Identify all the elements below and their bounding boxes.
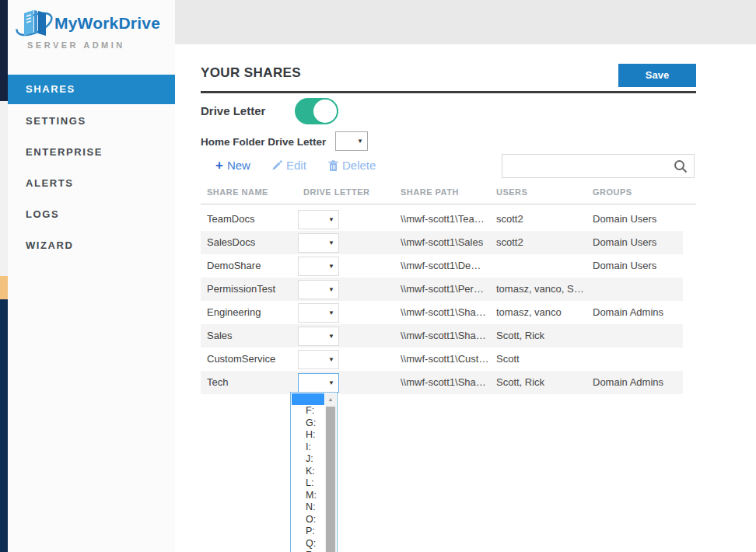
share-path: \\mwf-scott1\Per…	[401, 283, 484, 295]
drive-letter-dropdown-list: F: G: H: I: J: K: L: M: N: O: P: Q: R: ▲	[290, 392, 338, 552]
table-row[interactable]: DemoShare ▼ \\mwf-scott1\De… Domain User…	[201, 254, 683, 278]
dropdown-option[interactable]: H:	[292, 429, 324, 442]
drive-letter-select[interactable]: ▼	[298, 303, 339, 323]
share-name: PermissionTest	[207, 283, 275, 295]
share-name: Sales	[207, 330, 233, 341]
save-button[interactable]: Save	[618, 64, 696, 87]
share-path: \\mwf-scott1\Sha…	[401, 376, 486, 388]
sidebar-item-wizard[interactable]: WIZARD	[8, 230, 175, 261]
sidebar-item-enterprise[interactable]: ENTERPRISE	[8, 137, 175, 168]
dropdown-option[interactable]: K:	[292, 466, 324, 478]
dropdown-option[interactable]: F:	[292, 405, 324, 417]
dropdown-option[interactable]: P:	[292, 526, 324, 538]
new-button[interactable]: + New	[215, 159, 250, 172]
share-name: SalesDocs	[207, 236, 255, 248]
drive-letter-label: Drive Letter	[201, 104, 265, 117]
background-strip-navy-top	[0, 0, 8, 101]
sidebar-item-shares[interactable]: SHARES	[8, 75, 175, 104]
delete-button-label: Delete	[342, 159, 376, 172]
sidebar: MyWorkDrive SERVER ADMIN SHARES SETTINGS…	[8, 0, 175, 552]
dropdown-option[interactable]: J:	[292, 453, 324, 466]
drive-letter-select[interactable]: ▼	[298, 280, 339, 299]
search-input[interactable]	[507, 155, 667, 176]
share-name: Tech	[207, 376, 228, 388]
drive-letter-select[interactable]: ▼	[298, 257, 339, 276]
share-path: \\mwf-scott1\Sha…	[401, 330, 486, 341]
scroll-up-arrow-icon[interactable]: ▲	[325, 393, 336, 406]
chevron-down-icon: ▼	[328, 239, 334, 246]
edit-button[interactable]: Edit	[271, 159, 306, 172]
table-row[interactable]: CustomService ▼ \\mwf-scott1\Cust… Scott	[201, 348, 683, 371]
share-groups: Domain Admins	[593, 306, 663, 318]
drive-letter-select[interactable]: ▼	[298, 210, 339, 229]
column-header-drive-letter[interactable]: DRIVE LETTER	[303, 187, 369, 197]
table-row[interactable]: Sales ▼ \\mwf-scott1\Sha… Scott, Rick	[201, 324, 683, 348]
column-header-share-name[interactable]: SHARE NAME	[207, 187, 268, 197]
share-path: \\mwf-scott1\Cust…	[401, 353, 488, 365]
title-divider	[201, 91, 696, 93]
home-folder-drive-letter-select[interactable]: ▼	[335, 131, 368, 151]
dropdown-option[interactable]: O:	[292, 514, 324, 526]
share-groups: Domain Users	[593, 260, 656, 271]
main-content: YOUR SHARES Save Drive Letter Home Folde…	[175, 44, 756, 552]
share-users: Scott	[496, 353, 520, 365]
sidebar-item-settings[interactable]: SETTINGS	[8, 106, 175, 137]
dropdown-scrollbar[interactable]: ▲	[325, 393, 336, 552]
chevron-down-icon: ▼	[328, 286, 334, 293]
brand-logo: MyWorkDrive	[14, 5, 160, 42]
drive-letter-select[interactable]: ▼	[298, 327, 339, 346]
column-header-groups[interactable]: GROUPS	[593, 187, 632, 197]
drive-letter-select[interactable]: ▼	[298, 350, 339, 369]
delete-button[interactable]: Delete	[328, 159, 376, 172]
table-row[interactable]: PermissionTest ▼ \\mwf-scott1\Per… tomas…	[201, 278, 683, 301]
chevron-down-icon: ▼	[328, 263, 334, 270]
dropdown-option[interactable]: G:	[292, 417, 324, 430]
dropdown-option[interactable]: L:	[292, 477, 324, 490]
page-title: YOUR SHARES	[201, 65, 301, 81]
dropdown-option[interactable]: I:	[292, 442, 324, 454]
table-row[interactable]: SalesDocs ▼ \\mwf-scott1\Sales scott2 Do…	[201, 231, 683, 254]
myworkdrive-admin-window: MyWorkDrive SERVER ADMIN SHARES SETTINGS…	[0, 0, 756, 552]
sidebar-item-alerts[interactable]: ALERTS	[8, 168, 175, 199]
dropdown-option[interactable]: Q:	[292, 538, 324, 550]
share-path: \\mwf-scott1\Sha…	[401, 306, 486, 318]
share-users: scott2	[496, 213, 523, 225]
background-strip-light	[0, 101, 8, 276]
edit-button-label: Edit	[286, 159, 306, 172]
chevron-down-icon: ▼	[328, 356, 334, 363]
chevron-down-icon: ▼	[328, 309, 334, 316]
share-name: TeamDocs	[207, 213, 254, 225]
drive-letter-toggle[interactable]	[295, 98, 336, 124]
table-row[interactable]: Tech ▼ \\mwf-scott1\Sha… Scott, Rick Dom…	[201, 371, 683, 394]
share-groups: Domain Admins	[593, 376, 663, 388]
share-users: Scott, Rick	[496, 376, 544, 388]
scrollbar-thumb[interactable]	[326, 407, 335, 552]
brand-name: MyWorkDrive	[54, 14, 160, 33]
column-header-users[interactable]: USERS	[496, 187, 527, 197]
dropdown-options: F: G: H: I: J: K: L: M: N: O: P: Q: R:	[292, 393, 324, 552]
sidebar-nav: SHARES SETTINGS ENTERPRISE ALERTS LOGS W…	[8, 75, 175, 261]
dropdown-option[interactable]: M:	[292, 490, 324, 502]
share-path: \\mwf-scott1\Tea…	[401, 213, 485, 225]
share-users: tomasz, vanco, S…	[496, 283, 584, 295]
plus-icon: +	[215, 159, 223, 172]
share-path: \\mwf-scott1\Sales	[401, 236, 483, 248]
drive-letter-select-open[interactable]: ▼	[298, 373, 339, 393]
dropdown-option[interactable]: N:	[292, 501, 324, 514]
table-row[interactable]: TeamDocs ▼ \\mwf-scott1\Tea… scott2 Doma…	[201, 208, 683, 231]
myworkdrive-logo-icon	[14, 5, 54, 42]
share-path: \\mwf-scott1\De…	[401, 260, 481, 271]
table-row[interactable]: Engineering ▼ \\mwf-scott1\Sha… tomasz, …	[201, 301, 683, 324]
drive-letter-select[interactable]: ▼	[298, 233, 339, 253]
share-name: Engineering	[207, 306, 261, 318]
top-bar	[175, 0, 756, 44]
column-header-share-path[interactable]: SHARE PATH	[401, 187, 459, 197]
table-header: SHARE NAME DRIVE LETTER SHARE PATH USERS…	[201, 187, 696, 204]
search-icon[interactable]	[674, 159, 688, 173]
search-box	[502, 154, 695, 178]
chevron-down-icon: ▼	[328, 379, 334, 386]
share-users: scott2	[496, 236, 523, 248]
dropdown-option-blank[interactable]	[292, 393, 324, 405]
toggle-knob	[312, 98, 338, 124]
sidebar-item-logs[interactable]: LOGS	[8, 199, 175, 230]
